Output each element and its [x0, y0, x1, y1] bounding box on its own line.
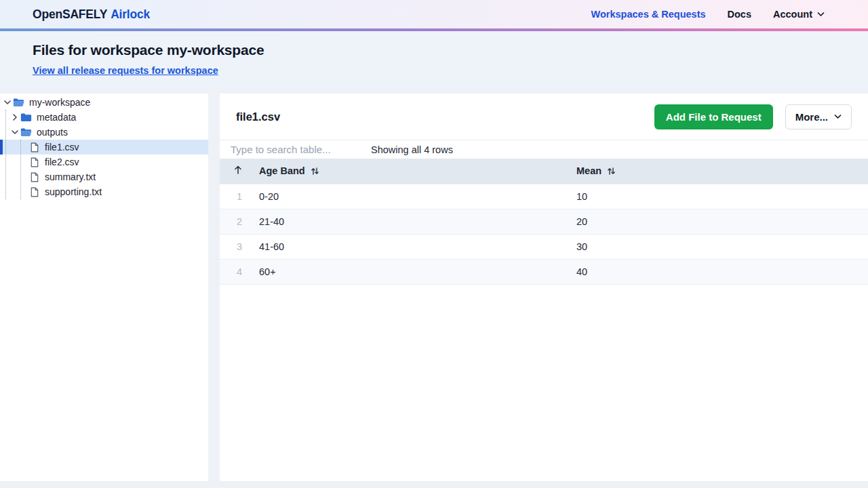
page-title: Files for workspace my-workspace	[33, 42, 835, 58]
nav-link-workspaces-requests[interactable]: Workspaces & Requests	[591, 9, 706, 20]
chevron-down-icon[interactable]	[9, 129, 20, 135]
column-label: Mean	[576, 165, 601, 176]
file-icon	[28, 142, 41, 152]
tree-item-label: supporting.txt	[45, 186, 102, 197]
tree-item-file1-csv[interactable]: file1.csv	[0, 140, 208, 155]
table-row: 1 0-20 10	[220, 184, 868, 209]
cell-mean: 20	[563, 209, 868, 234]
arrow-up-icon	[234, 165, 242, 174]
cell-mean: 10	[563, 184, 868, 209]
table-row: 3 41-60 30	[220, 234, 868, 259]
nav-link-docs[interactable]: Docs	[728, 9, 751, 20]
page-header: Files for workspace my-workspace View al…	[0, 31, 868, 91]
cell-age-band: 60+	[245, 259, 563, 284]
sort-icon	[607, 167, 616, 176]
tree-item-my-workspace[interactable]: my-workspace	[0, 95, 208, 110]
data-table: Age Band Mean	[220, 159, 868, 285]
sort-icon	[311, 167, 319, 176]
row-index: 3	[220, 234, 245, 259]
row-index: 4	[220, 259, 245, 284]
cell-age-band: 0-20	[245, 184, 563, 209]
tree-item-label: outputs	[37, 127, 68, 138]
search-input[interactable]	[231, 144, 371, 155]
file-actions: Add File to Request More...	[654, 104, 852, 129]
table-row: 2 21-40 20	[220, 209, 868, 234]
more-button[interactable]: More...	[785, 104, 852, 129]
folder-open-icon	[12, 98, 25, 107]
tree-item-label: file2.csv	[45, 157, 79, 167]
release-requests-link[interactable]: View all release requests for workspace	[33, 65, 218, 76]
table-controls: Showing all 4 rows	[220, 140, 868, 159]
cell-age-band: 21-40	[245, 209, 563, 234]
row-count-status: Showing all 4 rows	[371, 144, 453, 155]
table-header-row: Age Band Mean	[220, 159, 868, 184]
brand-primary: OpenSAFELY	[33, 7, 107, 22]
chevron-down-icon	[817, 12, 825, 17]
content-area: my-workspace metadata outputs file	[0, 91, 868, 488]
tree-item-label: summary.txt	[45, 171, 96, 182]
column-header-age-band[interactable]: Age Band	[245, 159, 563, 184]
tree-item-file2-csv[interactable]: file2.csv	[0, 155, 208, 169]
add-file-to-request-button[interactable]: Add File to Request	[654, 104, 773, 129]
tree-item-label: my-workspace	[29, 97, 90, 108]
file-header: file1.csv Add File to Request More...	[220, 94, 868, 140]
file-icon	[28, 157, 41, 167]
nav-link-account[interactable]: Account	[773, 9, 825, 20]
table-row: 4 60+ 40	[220, 259, 868, 284]
nav-links: Workspaces & Requests Docs Account	[591, 9, 825, 20]
cell-mean: 40	[563, 259, 868, 284]
account-label: Account	[773, 9, 812, 20]
folder-open-icon	[20, 127, 33, 137]
top-nav: OpenSAFELY Airlock Workspaces & Requests…	[0, 0, 868, 28]
file-detail-panel: file1.csv Add File to Request More... Sh…	[220, 94, 868, 481]
chevron-down-icon[interactable]	[2, 100, 12, 105]
tree-item-outputs[interactable]: outputs	[0, 125, 208, 140]
cell-age-band: 41-60	[245, 234, 563, 259]
column-label: Age Band	[259, 165, 305, 176]
column-header-index[interactable]	[220, 159, 245, 184]
tree-item-label: file1.csv	[45, 142, 79, 152]
chevron-down-icon	[834, 114, 842, 119]
row-index: 1	[220, 184, 245, 209]
tree-item-summary-txt[interactable]: summary.txt	[0, 169, 208, 184]
file-icon	[28, 172, 41, 182]
file-tree-panel: my-workspace metadata outputs file	[0, 94, 208, 481]
folder-closed-icon	[20, 113, 33, 122]
row-index: 2	[220, 209, 245, 234]
brand-logo[interactable]: OpenSAFELY Airlock	[33, 7, 150, 22]
file-title: file1.csv	[236, 110, 280, 123]
file-icon	[28, 187, 41, 197]
cell-mean: 30	[563, 234, 868, 259]
tree-item-label: metadata	[37, 112, 76, 123]
chevron-right-icon[interactable]	[9, 114, 20, 121]
column-header-mean[interactable]: Mean	[563, 159, 868, 184]
tree-item-supporting-txt[interactable]: supporting.txt	[0, 184, 208, 199]
more-button-label: More...	[795, 111, 828, 123]
brand-secondary: Airlock	[111, 7, 150, 22]
tree-item-metadata[interactable]: metadata	[0, 110, 208, 125]
